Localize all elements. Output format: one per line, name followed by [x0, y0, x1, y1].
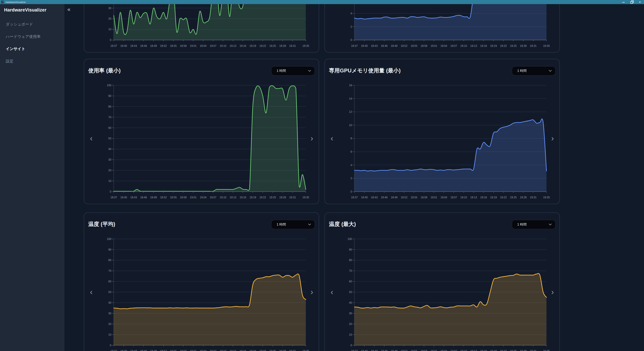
- svg-text:19:04: 19:04: [200, 196, 206, 199]
- svg-text:20: 20: [108, 323, 112, 326]
- chart-prev-button[interactable]: ‹: [330, 288, 334, 296]
- svg-text:19:04: 19:04: [440, 44, 447, 47]
- svg-text:30: 30: [349, 312, 352, 315]
- svg-text:19:07: 19:07: [210, 44, 216, 47]
- svg-text:19:16: 19:16: [240, 196, 246, 199]
- svg-text:18:49: 18:49: [150, 44, 157, 47]
- close-button[interactable]: ×: [636, 0, 644, 4]
- time-range-dropdown[interactable]: 1 時間: [271, 220, 315, 229]
- svg-text:19:16: 19:16: [480, 196, 487, 199]
- svg-text:19:13: 19:13: [230, 350, 236, 351]
- svg-text:6: 6: [350, 150, 352, 153]
- time-range-dropdown[interactable]: 1 時間: [512, 220, 556, 229]
- svg-text:0: 0: [350, 344, 352, 347]
- svg-text:18:46: 18:46: [381, 350, 388, 351]
- svg-text:18:49: 18:49: [150, 350, 157, 351]
- svg-text:30: 30: [108, 7, 112, 10]
- svg-text:30: 30: [108, 312, 112, 315]
- sidebar-collapse-button[interactable]: «: [66, 6, 71, 13]
- svg-text:19:25: 19:25: [510, 350, 517, 351]
- time-range-dropdown[interactable]: 1 時間: [512, 66, 556, 76]
- sidebar-item-hardware-usage[interactable]: ハードウェア使用率: [0, 31, 64, 43]
- svg-text:19:13: 19:13: [470, 44, 477, 47]
- card-title: 温度 (最大): [329, 221, 356, 228]
- chart-next-button[interactable]: ›: [309, 288, 314, 296]
- svg-text:4: 4: [350, 164, 352, 167]
- chart-prev-button[interactable]: ‹: [89, 134, 94, 142]
- sidebar-nav: ダッシュボード ハードウェア使用率 インサイト 設定: [0, 18, 64, 68]
- time-range-value: 1 時間: [517, 69, 526, 73]
- svg-text:19:07: 19:07: [450, 196, 457, 199]
- chart-next-button[interactable]: ›: [550, 134, 555, 142]
- sidebar-item-settings[interactable]: 設定: [0, 55, 64, 68]
- svg-text:18:49: 18:49: [391, 44, 398, 47]
- minimize-icon: [622, 2, 625, 2]
- sidebar-item-dashboard[interactable]: ダッシュボード: [0, 18, 64, 30]
- svg-text:60: 60: [108, 127, 112, 130]
- svg-text:18:58: 18:58: [180, 196, 187, 199]
- chart-prev-button[interactable]: ‹: [330, 134, 334, 142]
- svg-text:19:22: 19:22: [500, 350, 507, 351]
- svg-text:18:52: 18:52: [160, 350, 167, 351]
- svg-text:18:52: 18:52: [401, 44, 407, 47]
- svg-text:8: 8: [350, 137, 352, 140]
- svg-text:2: 2: [350, 177, 352, 180]
- svg-text:19:07: 19:07: [210, 196, 216, 199]
- area-chart-temp-avg: 010203040506070809010018:3718:4018:4318:…: [84, 213, 319, 351]
- svg-text:19:35: 19:35: [543, 350, 550, 351]
- svg-text:12: 12: [349, 110, 352, 114]
- svg-text:80: 80: [108, 259, 112, 262]
- svg-text:19:04: 19:04: [440, 196, 447, 199]
- svg-text:100: 100: [107, 238, 112, 240]
- svg-text:19:01: 19:01: [430, 350, 437, 351]
- chart-next-button[interactable]: ›: [550, 288, 555, 296]
- svg-text:19:07: 19:07: [210, 350, 216, 351]
- svg-text:18:58: 18:58: [420, 196, 427, 199]
- svg-text:18:58: 18:58: [420, 44, 427, 47]
- chevron-down-icon: [549, 222, 552, 226]
- svg-text:20: 20: [349, 323, 352, 326]
- minimize-button[interactable]: [619, 0, 628, 4]
- svg-text:18:43: 18:43: [371, 44, 378, 47]
- svg-text:19:22: 19:22: [260, 44, 266, 47]
- svg-text:18:43: 18:43: [130, 44, 137, 47]
- svg-text:16: 16: [349, 84, 352, 87]
- time-range-dropdown[interactable]: 1 時間: [271, 66, 315, 76]
- svg-text:18:46: 18:46: [140, 44, 147, 47]
- svg-text:19:10: 19:10: [220, 44, 226, 47]
- window-title: HardwareVisualizer: [6, 1, 26, 4]
- svg-text:19:28: 19:28: [520, 196, 527, 199]
- svg-text:90: 90: [349, 248, 352, 251]
- svg-text:19:13: 19:13: [470, 196, 477, 199]
- area-chart-green-partial: 010203040506070809010018:3718:4018:4318:…: [84, 4, 319, 53]
- sidebar-item-insights[interactable]: インサイト: [0, 43, 64, 55]
- svg-text:18:37: 18:37: [351, 196, 358, 199]
- svg-text:18:46: 18:46: [381, 196, 388, 199]
- svg-text:80: 80: [349, 259, 352, 262]
- svg-text:19:31: 19:31: [530, 196, 536, 199]
- chart-next-button[interactable]: ›: [309, 134, 314, 142]
- svg-text:40: 40: [108, 148, 112, 151]
- restore-icon: [631, 1, 633, 3]
- svg-text:60: 60: [108, 280, 112, 283]
- area-chart-usage-min: 010203040506070809010018:3718:4018:4318:…: [84, 59, 319, 205]
- chart-card-gpu-memory-min: 専用GPUメモリ使用量 (最小) 1 時間 ‹ 024681012141618:…: [324, 59, 560, 204]
- svg-text:50: 50: [349, 291, 352, 294]
- svg-text:19:04: 19:04: [440, 350, 447, 351]
- chart-prev-button[interactable]: ‹: [89, 288, 94, 296]
- restore-button[interactable]: [628, 0, 636, 4]
- svg-text:19:16: 19:16: [480, 44, 487, 47]
- svg-text:10: 10: [108, 334, 112, 336]
- card-header: 専用GPUメモリ使用量 (最小) 1 時間: [329, 65, 556, 76]
- svg-text:18:58: 18:58: [180, 44, 187, 47]
- svg-text:20: 20: [108, 17, 112, 20]
- svg-text:18:37: 18:37: [110, 350, 117, 351]
- svg-text:19:10: 19:10: [460, 44, 467, 47]
- time-range-value: 1 時間: [276, 222, 286, 227]
- svg-text:90: 90: [108, 248, 112, 251]
- svg-text:19:13: 19:13: [230, 196, 236, 199]
- svg-text:0: 0: [110, 344, 112, 347]
- card-title: 専用GPUメモリ使用量 (最小): [329, 67, 400, 74]
- card-title: 使用率 (最小): [88, 67, 121, 74]
- card-title: 温度 (平均): [88, 221, 115, 228]
